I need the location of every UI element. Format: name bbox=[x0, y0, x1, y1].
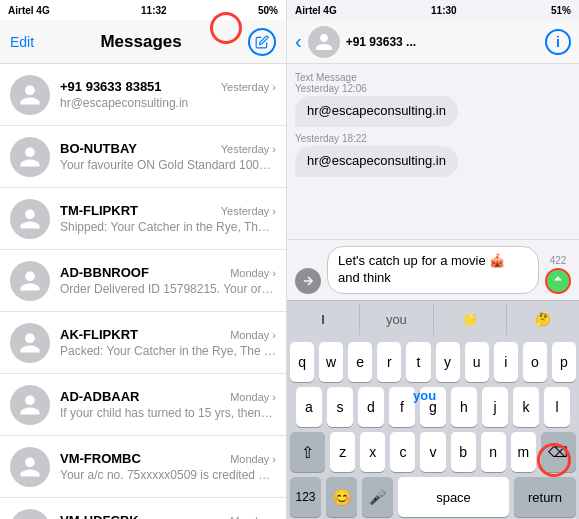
message-list: +91 93633 83851 Yesterday › hr@escapecon… bbox=[0, 64, 286, 519]
message-content: TM-FLIPKRT Yesterday › Shipped: Your Cat… bbox=[60, 203, 276, 234]
key-r[interactable]: r bbox=[377, 342, 401, 382]
shift-key[interactable]: ⇧ bbox=[290, 432, 325, 472]
battery-left: 50% bbox=[258, 5, 278, 16]
space-key[interactable]: space bbox=[398, 477, 509, 517]
avatar bbox=[10, 75, 50, 115]
message-content: VM-HDFCBK Monday › OTP is 409481 and is … bbox=[60, 513, 276, 519]
key-x[interactable]: x bbox=[360, 432, 385, 472]
predictive-bar: I you 🌟 🤔 bbox=[287, 300, 579, 338]
nav-bar-left: Edit Messages bbox=[0, 20, 286, 64]
key-i[interactable]: i bbox=[494, 342, 518, 382]
key-u[interactable]: u bbox=[465, 342, 489, 382]
key-v[interactable]: v bbox=[420, 432, 445, 472]
key-g[interactable]: g bbox=[420, 387, 446, 427]
predictive-word-i[interactable]: I bbox=[287, 304, 360, 335]
list-item[interactable]: AK-FLIPKRT Monday › Packed: Your Catcher… bbox=[0, 312, 286, 374]
nav-bar-right: ‹ +91 93633 ... i bbox=[287, 20, 579, 64]
message-content: AK-FLIPKRT Monday › Packed: Your Catcher… bbox=[60, 327, 276, 358]
message-time: Monday › bbox=[230, 391, 276, 403]
key-c[interactable]: c bbox=[390, 432, 415, 472]
avatar bbox=[10, 261, 50, 301]
message-preview: Order Delivered ID 15798215. Your order … bbox=[60, 282, 276, 296]
key-j[interactable]: j bbox=[482, 387, 508, 427]
time-right: 11:30 bbox=[431, 5, 457, 16]
sender-name: +91 93633 83851 bbox=[60, 79, 162, 94]
predictive-word-star[interactable]: 🌟 bbox=[434, 304, 507, 335]
avatar bbox=[10, 385, 50, 425]
messages-title: Messages bbox=[100, 32, 181, 52]
key-t[interactable]: t bbox=[406, 342, 430, 382]
message-time: Monday › bbox=[230, 329, 276, 341]
key-k[interactable]: k bbox=[513, 387, 539, 427]
avatar bbox=[10, 137, 50, 177]
key-o[interactable]: o bbox=[523, 342, 547, 382]
chat-panel: Airtel 4G 11:30 51% ‹ +91 93633 ... i Te… bbox=[287, 0, 579, 519]
chat-messages-area: Text MessageYesterday 12:06 hr@escapecon… bbox=[287, 64, 579, 239]
message-label: Text MessageYesterday 12:06 bbox=[295, 72, 367, 94]
key-y[interactable]: y bbox=[436, 342, 460, 382]
sender-name: BO-NUTBAY bbox=[60, 141, 137, 156]
list-item[interactable]: VM-HDFCBK Monday › OTP is 409481 and is … bbox=[0, 498, 286, 519]
received-bubble: hr@escapeconsulting.in bbox=[295, 146, 458, 177]
key-d[interactable]: d bbox=[358, 387, 384, 427]
sender-name: AD-ADBAAR bbox=[60, 389, 139, 404]
message-content: AD-BBNROOF Monday › Order Delivered ID 1… bbox=[60, 265, 276, 296]
emoji-key[interactable]: 😊 bbox=[326, 477, 357, 517]
message-preview: hr@escapeconsulting.in bbox=[60, 96, 276, 110]
key-l[interactable]: l bbox=[544, 387, 570, 427]
message-content: VM-FROMBC Monday › Your a/c no. 75xxxxx0… bbox=[60, 451, 276, 482]
keyboard-row-2: a s d f g h j k l bbox=[290, 387, 576, 427]
numbers-key[interactable]: 123 bbox=[290, 477, 321, 517]
key-m[interactable]: m bbox=[511, 432, 536, 472]
send-button[interactable] bbox=[545, 268, 571, 294]
message-input[interactable]: Let's catch up for a movie 🎪 and think bbox=[327, 246, 539, 294]
key-e[interactable]: e bbox=[348, 342, 372, 382]
sender-name: TM-FLIPKRT bbox=[60, 203, 138, 218]
contact-name: +91 93633 ... bbox=[346, 35, 539, 49]
message-time: Yesterday › bbox=[221, 81, 276, 93]
contact-avatar bbox=[308, 26, 340, 58]
key-q[interactable]: q bbox=[290, 342, 314, 382]
key-z[interactable]: z bbox=[330, 432, 355, 472]
key-p[interactable]: p bbox=[552, 342, 576, 382]
battery-right: 51% bbox=[551, 5, 571, 16]
contact-info: +91 93633 ... bbox=[346, 35, 539, 49]
avatar bbox=[10, 509, 50, 520]
list-item[interactable]: AD-BBNROOF Monday › Order Delivered ID 1… bbox=[0, 250, 286, 312]
key-s[interactable]: s bbox=[327, 387, 353, 427]
message-content: AD-ADBAAR Monday › If your child has tur… bbox=[60, 389, 276, 420]
delete-key[interactable]: ⌫ bbox=[541, 432, 576, 472]
message-time: Monday › bbox=[230, 515, 276, 519]
message-time: Monday › bbox=[230, 267, 276, 279]
list-item[interactable]: VM-FROMBC Monday › Your a/c no. 75xxxxx0… bbox=[0, 436, 286, 498]
message-content: +91 93633 83851 Yesterday › hr@escapecon… bbox=[60, 79, 276, 110]
avatar bbox=[10, 447, 50, 487]
message-time: Monday › bbox=[230, 453, 276, 465]
info-button[interactable]: i bbox=[545, 29, 571, 55]
key-f[interactable]: f bbox=[389, 387, 415, 427]
list-item[interactable]: TM-FLIPKRT Yesterday › Shipped: Your Cat… bbox=[0, 188, 286, 250]
sender-name: AD-BBNROOF bbox=[60, 265, 149, 280]
compose-button[interactable] bbox=[248, 28, 276, 56]
predictive-word-you[interactable]: you bbox=[360, 304, 433, 335]
char-count: 422 bbox=[550, 255, 567, 266]
carrier-left: Airtel 4G bbox=[8, 5, 50, 16]
predictive-word-think[interactable]: 🤔 bbox=[507, 304, 579, 335]
key-h[interactable]: h bbox=[451, 387, 477, 427]
status-bar-right: Airtel 4G 11:30 51% bbox=[287, 0, 579, 20]
key-b[interactable]: b bbox=[451, 432, 476, 472]
list-item[interactable]: AD-ADBAAR Monday › If your child has tur… bbox=[0, 374, 286, 436]
key-w[interactable]: w bbox=[319, 342, 343, 382]
list-item[interactable]: +91 93633 83851 Yesterday › hr@escapecon… bbox=[0, 64, 286, 126]
status-bar-left: Airtel 4G 11:32 50% bbox=[0, 0, 286, 20]
keyboard: q w e r t y u i o p a s d f g h j k bbox=[287, 338, 579, 519]
return-key[interactable]: return bbox=[514, 477, 576, 517]
list-item[interactable]: BO-NUTBAY Yesterday › Your favourite ON … bbox=[0, 126, 286, 188]
apps-button[interactable] bbox=[295, 268, 321, 294]
key-n[interactable]: n bbox=[481, 432, 506, 472]
edit-button[interactable]: Edit bbox=[10, 34, 34, 50]
back-button[interactable]: ‹ bbox=[295, 30, 302, 53]
microphone-key[interactable]: 🎤 bbox=[362, 477, 393, 517]
avatar bbox=[10, 323, 50, 363]
key-a[interactable]: a bbox=[296, 387, 322, 427]
